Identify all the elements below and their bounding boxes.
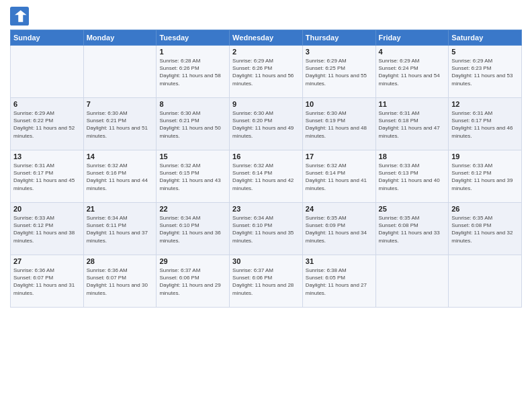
day-cell: 8Sunrise: 6:30 AM Sunset: 6:21 PM Daylig… bbox=[157, 98, 230, 150]
weekday-header-saturday: Saturday bbox=[449, 30, 522, 46]
page: SundayMondayTuesdayWednesdayThursdayFrid… bbox=[0, 0, 532, 411]
day-info: Sunrise: 6:31 AM Sunset: 6:18 PM Dayligh… bbox=[379, 109, 446, 140]
day-cell bbox=[375, 255, 449, 308]
day-info: Sunrise: 6:36 AM Sunset: 6:07 PM Dayligh… bbox=[87, 267, 154, 297]
day-number: 17 bbox=[306, 152, 373, 161]
day-number: 1 bbox=[159, 48, 226, 56]
day-info: Sunrise: 6:32 AM Sunset: 6:14 PM Dayligh… bbox=[232, 162, 300, 192]
day-cell: 27Sunrise: 6:36 AM Sunset: 6:07 PM Dayli… bbox=[11, 255, 84, 308]
day-info: Sunrise: 6:32 AM Sunset: 6:15 PM Dayligh… bbox=[159, 162, 226, 192]
week-row-5: 27Sunrise: 6:36 AM Sunset: 6:07 PM Dayli… bbox=[11, 255, 522, 308]
day-cell: 15Sunrise: 6:32 AM Sunset: 6:15 PM Dayli… bbox=[157, 150, 230, 203]
day-info: Sunrise: 6:32 AM Sunset: 6:14 PM Dayligh… bbox=[306, 162, 373, 192]
day-info: Sunrise: 6:30 AM Sunset: 6:21 PM Dayligh… bbox=[87, 109, 154, 140]
day-info: Sunrise: 6:33 AM Sunset: 6:12 PM Dayligh… bbox=[451, 162, 519, 192]
day-number: 2 bbox=[232, 48, 300, 56]
day-number: 19 bbox=[451, 152, 519, 161]
logo bbox=[10, 7, 32, 26]
day-info: Sunrise: 6:37 AM Sunset: 6:06 PM Dayligh… bbox=[159, 267, 226, 297]
day-cell: 11Sunrise: 6:31 AM Sunset: 6:18 PM Dayli… bbox=[375, 98, 449, 150]
day-number: 29 bbox=[159, 257, 226, 265]
day-cell: 17Sunrise: 6:32 AM Sunset: 6:14 PM Dayli… bbox=[302, 150, 375, 203]
day-number: 24 bbox=[306, 205, 373, 213]
day-info: Sunrise: 6:33 AM Sunset: 6:12 PM Dayligh… bbox=[13, 214, 81, 244]
day-number: 21 bbox=[87, 205, 154, 213]
day-cell: 9Sunrise: 6:30 AM Sunset: 6:20 PM Daylig… bbox=[230, 98, 303, 150]
week-row-1: 1Sunrise: 6:28 AM Sunset: 6:26 PM Daylig… bbox=[11, 46, 522, 98]
day-cell: 24Sunrise: 6:35 AM Sunset: 6:09 PM Dayli… bbox=[302, 203, 375, 255]
day-info: Sunrise: 6:29 AM Sunset: 6:22 PM Dayligh… bbox=[13, 109, 81, 140]
day-info: Sunrise: 6:38 AM Sunset: 6:05 PM Dayligh… bbox=[306, 267, 373, 297]
day-cell: 20Sunrise: 6:33 AM Sunset: 6:12 PM Dayli… bbox=[11, 203, 84, 255]
day-info: Sunrise: 6:34 AM Sunset: 6:10 PM Dayligh… bbox=[159, 214, 226, 244]
weekday-header-monday: Monday bbox=[83, 30, 157, 46]
day-number: 4 bbox=[379, 48, 446, 56]
day-cell: 22Sunrise: 6:34 AM Sunset: 6:10 PM Dayli… bbox=[157, 203, 230, 255]
week-row-2: 6Sunrise: 6:29 AM Sunset: 6:22 PM Daylig… bbox=[11, 98, 522, 150]
day-cell bbox=[83, 46, 157, 98]
day-cell: 12Sunrise: 6:31 AM Sunset: 6:17 PM Dayli… bbox=[449, 98, 522, 150]
day-number: 28 bbox=[87, 257, 154, 265]
day-info: Sunrise: 6:29 AM Sunset: 6:24 PM Dayligh… bbox=[379, 57, 446, 87]
day-cell: 26Sunrise: 6:35 AM Sunset: 6:08 PM Dayli… bbox=[449, 203, 522, 255]
day-info: Sunrise: 6:30 AM Sunset: 6:21 PM Dayligh… bbox=[159, 109, 226, 140]
day-cell: 5Sunrise: 6:29 AM Sunset: 6:23 PM Daylig… bbox=[449, 46, 522, 98]
logo-icon bbox=[10, 7, 29, 26]
day-cell: 25Sunrise: 6:35 AM Sunset: 6:08 PM Dayli… bbox=[375, 203, 449, 255]
day-info: Sunrise: 6:32 AM Sunset: 6:16 PM Dayligh… bbox=[87, 162, 154, 192]
day-number: 8 bbox=[159, 100, 226, 108]
day-number: 7 bbox=[87, 100, 154, 108]
day-info: Sunrise: 6:31 AM Sunset: 6:17 PM Dayligh… bbox=[451, 109, 519, 140]
day-cell: 31Sunrise: 6:38 AM Sunset: 6:05 PM Dayli… bbox=[302, 255, 375, 308]
day-info: Sunrise: 6:35 AM Sunset: 6:09 PM Dayligh… bbox=[306, 214, 373, 244]
day-cell: 19Sunrise: 6:33 AM Sunset: 6:12 PM Dayli… bbox=[449, 150, 522, 203]
week-row-3: 13Sunrise: 6:31 AM Sunset: 6:17 PM Dayli… bbox=[11, 150, 522, 203]
day-number: 11 bbox=[379, 100, 446, 108]
calendar-table: SundayMondayTuesdayWednesdayThursdayFrid… bbox=[10, 30, 522, 308]
day-number: 23 bbox=[232, 205, 300, 213]
weekday-header-wednesday: Wednesday bbox=[230, 30, 303, 46]
day-number: 13 bbox=[13, 152, 81, 161]
day-cell: 18Sunrise: 6:33 AM Sunset: 6:13 PM Dayli… bbox=[375, 150, 449, 203]
day-number: 10 bbox=[306, 100, 373, 108]
weekday-header-row: SundayMondayTuesdayWednesdayThursdayFrid… bbox=[11, 30, 522, 46]
day-cell: 30Sunrise: 6:37 AM Sunset: 6:06 PM Dayli… bbox=[230, 255, 303, 308]
day-cell: 13Sunrise: 6:31 AM Sunset: 6:17 PM Dayli… bbox=[11, 150, 84, 203]
day-info: Sunrise: 6:33 AM Sunset: 6:13 PM Dayligh… bbox=[379, 162, 446, 192]
day-cell: 7Sunrise: 6:30 AM Sunset: 6:21 PM Daylig… bbox=[83, 98, 157, 150]
day-info: Sunrise: 6:34 AM Sunset: 6:11 PM Dayligh… bbox=[87, 214, 154, 244]
day-cell: 4Sunrise: 6:29 AM Sunset: 6:24 PM Daylig… bbox=[375, 46, 449, 98]
day-info: Sunrise: 6:37 AM Sunset: 6:06 PM Dayligh… bbox=[232, 267, 300, 297]
day-number: 9 bbox=[232, 100, 300, 108]
day-info: Sunrise: 6:35 AM Sunset: 6:08 PM Dayligh… bbox=[379, 214, 446, 244]
weekday-header-thursday: Thursday bbox=[302, 30, 375, 46]
day-number: 18 bbox=[379, 152, 446, 161]
weekday-header-friday: Friday bbox=[375, 30, 449, 46]
day-number: 27 bbox=[13, 257, 81, 265]
day-info: Sunrise: 6:29 AM Sunset: 6:26 PM Dayligh… bbox=[232, 57, 300, 87]
day-cell: 2Sunrise: 6:29 AM Sunset: 6:26 PM Daylig… bbox=[230, 46, 303, 98]
day-cell: 29Sunrise: 6:37 AM Sunset: 6:06 PM Dayli… bbox=[157, 255, 230, 308]
day-number: 15 bbox=[159, 152, 226, 161]
day-info: Sunrise: 6:30 AM Sunset: 6:20 PM Dayligh… bbox=[232, 109, 300, 140]
day-number: 12 bbox=[451, 100, 519, 108]
day-cell: 21Sunrise: 6:34 AM Sunset: 6:11 PM Dayli… bbox=[83, 203, 157, 255]
day-info: Sunrise: 6:31 AM Sunset: 6:17 PM Dayligh… bbox=[13, 162, 81, 192]
day-info: Sunrise: 6:30 AM Sunset: 6:19 PM Dayligh… bbox=[306, 109, 373, 140]
day-number: 14 bbox=[87, 152, 154, 161]
day-number: 30 bbox=[232, 257, 300, 265]
day-cell: 16Sunrise: 6:32 AM Sunset: 6:14 PM Dayli… bbox=[230, 150, 303, 203]
weekday-header-sunday: Sunday bbox=[11, 30, 84, 46]
day-number: 31 bbox=[306, 257, 373, 265]
day-cell bbox=[449, 255, 522, 308]
day-number: 25 bbox=[379, 205, 446, 213]
day-info: Sunrise: 6:35 AM Sunset: 6:08 PM Dayligh… bbox=[451, 214, 519, 244]
day-info: Sunrise: 6:34 AM Sunset: 6:10 PM Dayligh… bbox=[232, 214, 300, 244]
day-cell: 23Sunrise: 6:34 AM Sunset: 6:10 PM Dayli… bbox=[230, 203, 303, 255]
day-number: 5 bbox=[451, 48, 519, 56]
day-info: Sunrise: 6:36 AM Sunset: 6:07 PM Dayligh… bbox=[13, 267, 81, 297]
day-number: 26 bbox=[451, 205, 519, 213]
day-cell: 6Sunrise: 6:29 AM Sunset: 6:22 PM Daylig… bbox=[11, 98, 84, 150]
day-cell: 3Sunrise: 6:29 AM Sunset: 6:25 PM Daylig… bbox=[302, 46, 375, 98]
day-number: 22 bbox=[159, 205, 226, 213]
